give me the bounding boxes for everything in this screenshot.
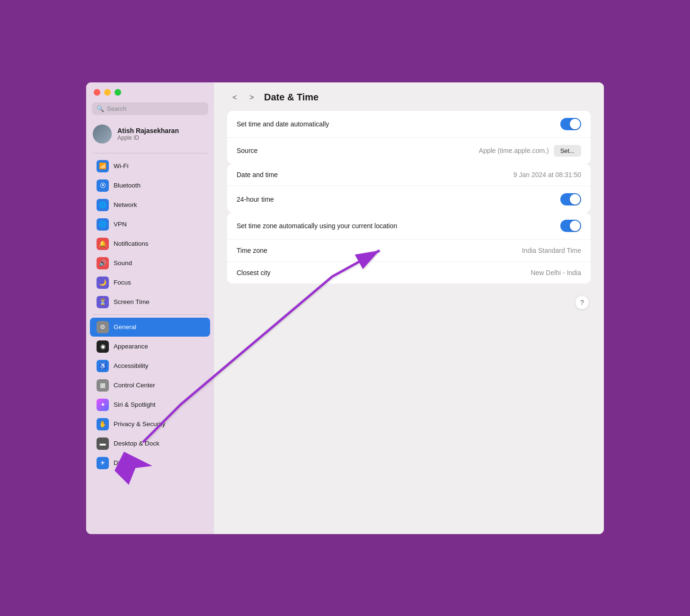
date-time-right: 9 Jan 2024 at 08:31:50 xyxy=(513,171,581,179)
closest-city-value: New Delhi - India xyxy=(531,269,581,277)
row-24hr: 24-hour time xyxy=(227,186,591,213)
help-button[interactable]: ? xyxy=(575,296,589,309)
vpn-icon: 🌐 xyxy=(97,218,109,231)
siri-icon: ✦ xyxy=(97,399,109,411)
focus-icon: 🌙 xyxy=(97,277,109,289)
general-icon: ⚙ xyxy=(97,321,109,333)
search-bar[interactable]: 🔍 Search xyxy=(92,102,208,115)
controlcenter-icon: ▦ xyxy=(97,379,109,392)
timezone-label: Time zone xyxy=(237,247,267,254)
24hr-toggle[interactable] xyxy=(560,193,581,205)
sidebar-item-controlcenter[interactable]: ▦Control Center xyxy=(90,376,210,395)
source-right: Apple (time.apple.com.)Set... xyxy=(479,145,581,157)
accessibility-label: Accessibility xyxy=(114,362,149,369)
row-auto-time: Set time and date automatically xyxy=(227,111,591,138)
bluetooth-icon: ⦿ xyxy=(97,179,109,192)
row-timezone: Time zoneIndia Standard Time xyxy=(227,240,591,262)
card-auto-time-card: Set time and date automaticallySourceApp… xyxy=(227,111,591,164)
avatar xyxy=(93,125,112,143)
closest-city-label: Closest city xyxy=(237,269,271,277)
sidebar-item-general[interactable]: ⚙General xyxy=(90,318,210,337)
appearance-icon: ◉ xyxy=(97,340,109,353)
source-button[interactable]: Set... xyxy=(554,145,581,157)
sidebar-item-desktop[interactable]: ▬Desktop & Dock xyxy=(90,434,210,453)
bluetooth-label: Bluetooth xyxy=(114,182,141,189)
sidebar: 🔍 Search Atish Rajasekharan Apple ID 📶Wi… xyxy=(86,82,214,534)
traffic-lights xyxy=(86,89,214,102)
sidebar-item-appearance[interactable]: ◉Appearance xyxy=(90,337,210,356)
timezone-value: India Standard Time xyxy=(522,247,581,254)
sound-label: Sound xyxy=(114,259,132,267)
timezone-right: India Standard Time xyxy=(522,247,581,254)
row-date-time: Date and time9 Jan 2024 at 08:31:50 xyxy=(227,164,591,186)
cards-container: Set time and date automaticallySourceApp… xyxy=(227,111,591,284)
auto-time-label: Set time and date automatically xyxy=(237,120,329,128)
displays-label: Displays xyxy=(114,459,138,466)
sidebar-item-accessibility[interactable]: ♿Accessibility xyxy=(90,357,210,375)
user-name: Atish Rajasekharan xyxy=(117,127,179,134)
screentime-icon: ⏳ xyxy=(97,296,109,308)
main-content: < > Date & Time Set time and date automa… xyxy=(214,82,604,534)
sidebar-item-privacy[interactable]: ✋Privacy & Security xyxy=(90,415,210,434)
vpn-label: VPN xyxy=(114,221,127,228)
sidebar-item-bluetooth[interactable]: ⦿Bluetooth xyxy=(90,176,210,195)
notifications-icon: 🔔 xyxy=(97,238,109,250)
auto-timezone-toggle[interactable] xyxy=(560,220,581,232)
sidebar-item-notifications[interactable]: 🔔Notifications xyxy=(90,234,210,253)
sidebar-item-siri[interactable]: ✦Siri & Spotlight xyxy=(90,395,210,414)
sidebar-divider-general xyxy=(93,314,207,315)
search-placeholder: Search xyxy=(107,105,203,112)
help-btn-container: ? xyxy=(227,291,591,314)
card-timezone-card: Set time zone automatically using your c… xyxy=(227,213,591,284)
sound-icon: 🔊 xyxy=(97,257,109,269)
sidebar-item-displays[interactable]: ☀Displays xyxy=(90,454,210,473)
main-body: Set time and date automaticallySourceApp… xyxy=(214,111,604,327)
desktop-label: Desktop & Dock xyxy=(114,440,159,447)
network-icon: 🌐 xyxy=(97,199,109,211)
wifi-icon: 📶 xyxy=(97,160,109,172)
controlcenter-label: Control Center xyxy=(114,382,155,389)
back-button[interactable]: < xyxy=(228,91,241,104)
auto-time-toggle[interactable] xyxy=(560,118,581,130)
sidebar-divider-1 xyxy=(93,153,207,153)
row-auto-timezone: Set time zone automatically using your c… xyxy=(227,213,591,240)
date-time-label: Date and time xyxy=(237,171,278,179)
sidebar-item-vpn[interactable]: 🌐VPN xyxy=(90,215,210,234)
general-label: General xyxy=(114,323,136,330)
focus-label: Focus xyxy=(114,279,131,286)
user-profile[interactable]: Atish Rajasekharan Apple ID xyxy=(86,122,214,146)
sidebar-item-focus[interactable]: 🌙Focus xyxy=(90,273,210,292)
source-label: Source xyxy=(237,147,257,154)
auto-timezone-label: Set time zone automatically using your c… xyxy=(237,222,397,230)
auto-timezone-right xyxy=(560,220,581,232)
user-sub: Apple ID xyxy=(117,134,179,141)
privacy-label: Privacy & Security xyxy=(114,420,166,428)
main-header: < > Date & Time xyxy=(214,82,604,111)
card-datetime-card: Date and time9 Jan 2024 at 08:31:5024-ho… xyxy=(227,164,591,213)
accessibility-icon: ♿ xyxy=(97,360,109,372)
closest-city-right: New Delhi - India xyxy=(531,269,581,277)
privacy-icon: ✋ xyxy=(97,418,109,430)
sidebar-item-wifi[interactable]: 📶Wi-Fi xyxy=(90,157,210,176)
sidebar-item-sound[interactable]: 🔊Sound xyxy=(90,254,210,273)
sidebar-item-network[interactable]: 🌐Network xyxy=(90,196,210,214)
search-icon: 🔍 xyxy=(97,105,104,112)
24hr-label: 24-hour time xyxy=(237,196,274,203)
network-label: Network xyxy=(114,201,137,208)
avatar-image xyxy=(93,125,112,143)
notifications-label: Notifications xyxy=(114,240,149,247)
minimize-button[interactable] xyxy=(104,89,111,96)
maximize-button[interactable] xyxy=(115,89,121,96)
user-info: Atish Rajasekharan Apple ID xyxy=(117,127,179,141)
source-value: Apple (time.apple.com.) xyxy=(479,147,549,154)
page-title: Date & Time xyxy=(264,92,318,103)
displays-icon: ☀ xyxy=(97,457,109,469)
screentime-label: Screen Time xyxy=(114,298,150,305)
sidebar-item-screentime[interactable]: ⏳Screen Time xyxy=(90,293,210,312)
auto-time-right xyxy=(560,118,581,130)
close-button[interactable] xyxy=(94,89,100,96)
date-time-value: 9 Jan 2024 at 08:31:50 xyxy=(513,171,581,179)
24hr-right xyxy=(560,193,581,205)
forward-button[interactable]: > xyxy=(245,91,258,104)
row-source: SourceApple (time.apple.com.)Set... xyxy=(227,138,591,164)
